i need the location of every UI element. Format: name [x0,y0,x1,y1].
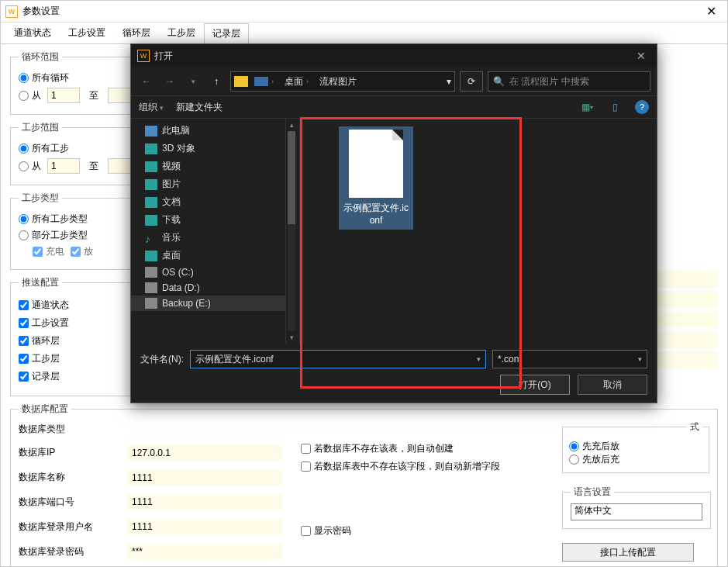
db-config-legend: 数据库配置 [19,403,71,416]
step-from-radio[interactable]: 从 [19,160,41,173]
loop-to-label: 至 [89,89,98,102]
path-dropdown-icon[interactable]: ▾ [447,76,451,87]
dialog-cancel-button[interactable]: 取消 [578,375,647,395]
dialog-title: 打开 [154,50,632,63]
language-group: 语言设置 简体中文 [562,486,711,529]
path-seg-current[interactable]: 流程图片 [315,74,361,90]
tree-drive-e[interactable]: Backup (E:) [131,296,285,311]
db-pwd-value[interactable]: *** [127,544,282,559]
dialog-open-button[interactable]: 打开(O) [500,375,570,395]
tree-drive-c[interactable]: OS (C:) [131,264,285,280]
tab-step-settings[interactable]: 工步设置 [60,22,114,43]
db-user-value[interactable]: 1111 [127,519,282,534]
drive-icon [145,298,157,309]
tree-drive-d[interactable]: Data (D:) [131,280,285,296]
file-item-config[interactable]: 示例配置文件.iconf [339,126,413,230]
db-ip-value[interactable]: 127.0.0.1 [127,445,282,461]
pc-icon [145,126,157,137]
tab-record-layer[interactable]: 记录层 [204,23,249,44]
file-mode-group: 式 先充后放 先放后充 [562,420,709,473]
nav-forward-button[interactable]: → [160,72,179,91]
file-list-pane[interactable]: 示例配置文件.iconf [300,119,657,344]
db-name-value[interactable]: 1111 [127,470,282,486]
discharge-first-radio[interactable]: 先放后充 [569,453,702,466]
step-all-radio[interactable]: 所有工步 [19,142,69,155]
path-seg-root[interactable]: › [250,75,278,88]
folder-icon [234,76,248,87]
organize-menu[interactable]: 组织 ▾ [139,101,164,114]
tree-pictures[interactable]: 图片 [131,175,285,193]
upload-config-button[interactable]: 接口上传配置 [562,543,694,562]
dialog-button-row: 打开(O) 取消 [131,375,657,404]
loop-from-radio[interactable]: 从 [19,89,41,102]
db-name-label: 数据库名称 [19,471,127,484]
step-type-all-radio[interactable]: 所有工步类型 [19,213,88,226]
file-thumb-icon [349,130,403,198]
language-select[interactable]: 简体中文 [571,503,702,520]
file-open-dialog: W 打开 ✕ ← → ▾ ↑ › 桌面› 流程图片 ▾ ⟳ 🔍 在 流程图片 中… [130,43,657,403]
dialog-nav-bar: ← → ▾ ↑ › 桌面› 流程图片 ▾ ⟳ 🔍 在 流程图片 中搜索 [131,67,657,95]
dialog-app-icon: W [137,50,150,62]
tree-3d-objects[interactable]: 3D 对象 [131,140,285,157]
tree-downloads[interactable]: 下载 [131,211,285,229]
view-mode-button[interactable]: ▦ ▾ [579,100,595,114]
help-button[interactable]: ? [635,100,649,114]
dialog-close-button[interactable]: ✕ [632,50,650,62]
step-range-legend: 工步范围 [19,121,62,134]
main-close-button[interactable]: ✕ [700,4,723,19]
filetype-combo[interactable]: *.conf▾ [492,350,647,368]
new-folder-button[interactable]: 新建文件夹 [176,101,223,114]
tree-videos[interactable]: 视频 [131,157,285,175]
auto-create-table-checkbox[interactable]: 若数据库不存在该表，则自动创建 [301,442,500,455]
main-title: 参数设置 [22,5,700,18]
filename-combo[interactable]: 示例配置文件.iconf▾ [190,350,486,368]
db-config-group: 数据库配置 数据库类型 数据库IP127.0.0.1 数据库名称1111 数据库… [10,403,718,567]
dialog-toolbar: 组织 ▾ 新建文件夹 ▦ ▾ ▯ ? [131,95,657,119]
loop-from-input[interactable] [47,88,80,103]
tab-step-layer[interactable]: 工步层 [159,22,204,43]
nav-back-button[interactable]: ← [137,72,156,91]
charge-first-radio[interactable]: 先充后放 [569,440,702,453]
db-type-label: 数据库类型 [19,423,127,436]
show-password-checkbox[interactable]: 显示密码 [301,524,500,538]
language-legend: 语言设置 [571,486,614,499]
drive-icon [145,282,157,293]
preview-pane-button[interactable]: ▯ [607,100,623,114]
tree-scrollbar[interactable]: ▴▾ [286,119,300,344]
nav-recent-button[interactable]: ▾ [184,72,202,91]
main-title-bar: W 参数设置 ✕ [1,1,727,22]
file-mode-legend: 式 [687,420,702,434]
path-bar[interactable]: › 桌面› 流程图片 ▾ [230,71,455,92]
db-ip-label: 数据库IP [19,446,127,459]
tree-desktop[interactable]: 桌面 [131,247,285,264]
db-port-value[interactable]: 1111 [127,494,282,510]
path-seg-desktop[interactable]: 桌面› [280,74,313,90]
refresh-button[interactable]: ⟳ [460,71,483,92]
auto-add-field-checkbox[interactable]: 若数据库表中不存在该字段，则自动新增字段 [301,460,500,473]
discharge-checkbox[interactable]: 放 [71,245,93,258]
document-icon [145,197,157,208]
desktop-icon [145,251,157,261]
nav-up-button[interactable]: ↑ [207,72,226,91]
tab-channel-state[interactable]: 通道状态 [5,22,60,43]
step-from-input[interactable] [47,158,80,174]
loop-range-legend: 循环范围 [19,50,62,64]
step-type-part-radio[interactable]: 部分工步类型 [19,229,88,242]
search-placeholder: 在 流程图片 中搜索 [509,75,589,88]
tab-cycle-layer[interactable]: 循环层 [114,22,159,43]
loop-all-radio[interactable]: 所有循环 [19,71,69,85]
dialog-title-bar: W 打开 ✕ [131,44,657,67]
tree-documents[interactable]: 文档 [131,193,285,211]
pc-icon [254,77,268,86]
tree-this-pc[interactable]: 此电脑 [131,122,285,140]
cube-icon [145,143,157,154]
push-config-legend: 推送配置 [19,276,62,289]
search-box[interactable]: 🔍 在 流程图片 中搜索 [488,71,650,92]
db-user-label: 数据库登录用户名 [19,520,127,534]
video-icon [145,161,157,172]
filename-row: 文件名(N): 示例配置文件.iconf▾ *.conf▾ [131,344,657,375]
db-port-label: 数据库端口号 [19,496,127,509]
charge-checkbox[interactable]: 充电 [33,245,64,258]
tree-music[interactable]: ♪音乐 [131,229,285,247]
dialog-body: 此电脑 3D 对象 视频 图片 文档 下载 ♪音乐 桌面 OS (C:) Dat… [131,119,657,344]
